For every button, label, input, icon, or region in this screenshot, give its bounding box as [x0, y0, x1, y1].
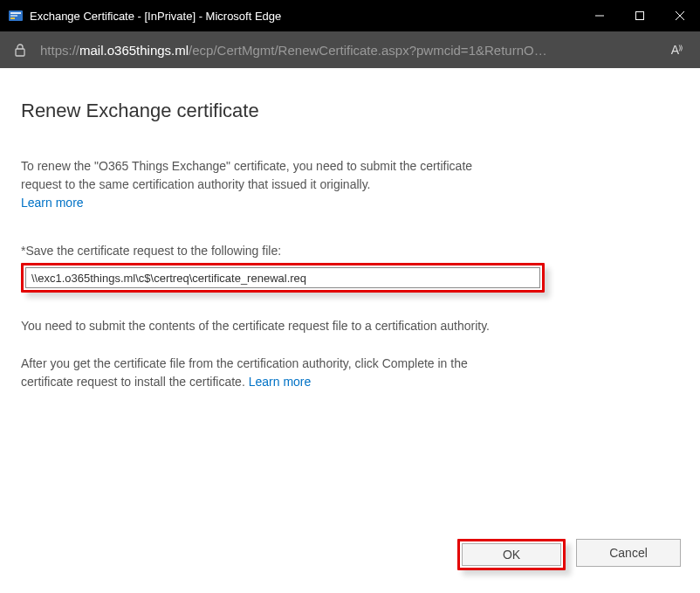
complete-instruction-text: After you get the certificate file from …	[21, 356, 468, 389]
file-path-highlight	[21, 263, 545, 293]
file-path-label: *Save the certificate request to the fol…	[21, 244, 679, 258]
page-heading: Renew Exchange certificate	[21, 100, 679, 122]
page-content: Renew Exchange certificate To renew the …	[0, 68, 700, 593]
svg-rect-3	[10, 17, 15, 19]
learn-more-link-2[interactable]: Learn more	[249, 375, 312, 389]
learn-more-link[interactable]: Learn more	[21, 196, 84, 210]
close-button[interactable]	[660, 0, 700, 31]
maximize-button[interactable]	[620, 0, 660, 31]
submit-instruction: You need to submit the contents of the c…	[21, 317, 510, 335]
file-path-input[interactable]	[25, 267, 540, 288]
url-protocol: https://	[40, 43, 79, 58]
complete-instruction: After you get the certificate file from …	[21, 355, 510, 391]
svg-rect-1	[10, 12, 21, 14]
lock-icon	[12, 43, 28, 57]
url-host: mail.o365things.ml	[79, 43, 189, 58]
cancel-button[interactable]: Cancel	[576, 539, 681, 567]
svg-rect-5	[636, 12, 644, 20]
url-text[interactable]: https://mail.o365things.ml/ecp/CertMgmt/…	[40, 43, 662, 58]
svg-rect-2	[10, 15, 17, 17]
intro-text-span: To renew the "O365 Things Exchange" cert…	[21, 159, 472, 191]
url-path: /ecp/CertMgmt/RenewCertificate.aspx?pwmc…	[189, 43, 547, 58]
app-favicon	[9, 9, 23, 23]
svg-rect-8	[16, 49, 24, 56]
window-title: Exchange Certificate - [InPrivate] - Mic…	[30, 10, 580, 23]
ok-button[interactable]: OK	[462, 543, 561, 566]
window-titlebar: Exchange Certificate - [InPrivate] - Mic…	[0, 0, 700, 31]
intro-text: To renew the "O365 Things Exchange" cert…	[21, 157, 510, 212]
read-aloud-label: A⁾⁾	[671, 43, 682, 57]
address-bar: https://mail.o365things.ml/ecp/CertMgmt/…	[0, 31, 700, 68]
ok-button-highlight: OK	[457, 539, 566, 570]
dialog-footer: OK Cancel	[457, 539, 681, 570]
minimize-button[interactable]	[580, 0, 620, 31]
read-aloud-button[interactable]: A⁾⁾	[662, 37, 691, 63]
